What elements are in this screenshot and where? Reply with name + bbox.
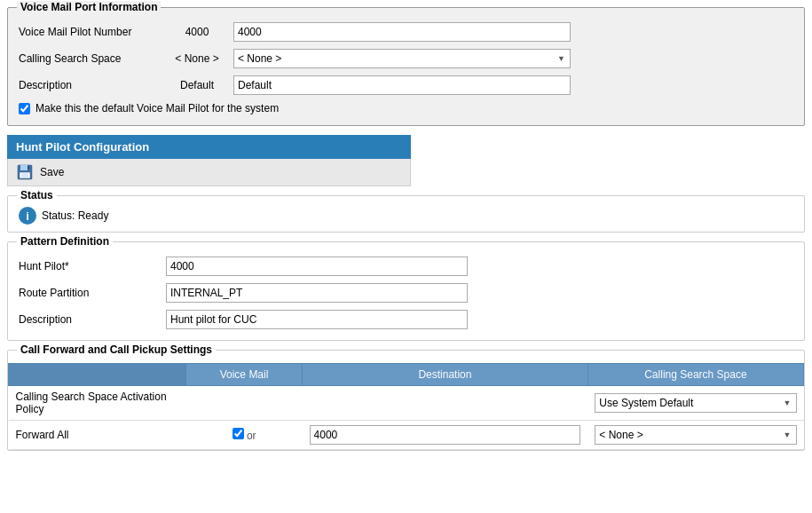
css-activation-css: Use System Default < None > (587, 386, 803, 421)
route-partition-row: Route Partition (19, 283, 793, 303)
table-row: Calling Search Space Activation Policy U… (9, 386, 804, 421)
voicemail-section-title: Voice Mail Port Information (17, 1, 161, 13)
info-icon: i (19, 207, 36, 225)
pattern-legend: Pattern Definition (17, 235, 113, 248)
status-row: i Status: Ready (19, 207, 793, 225)
callforward-section: Call Forward and Call Pickup Settings Vo… (7, 350, 805, 451)
description-static: Default (166, 79, 228, 91)
hunt-pilot-label: Hunt Pilot* (19, 260, 161, 272)
default-voicemail-label: Make this the default Voice Mail Pilot f… (35, 102, 279, 114)
forward-all-css: < None > Use System Default (587, 421, 803, 450)
forward-all-voicemail-checkbox[interactable] (233, 428, 244, 439)
hunt-pilot-header: Hunt Pilot Configuration (7, 135, 411, 159)
status-legend: Status (17, 189, 57, 201)
save-button[interactable]: Save (40, 166, 64, 178)
table-row: Forward All or < None > (9, 421, 804, 450)
default-voicemail-row: Make this the default Voice Mail Pilot f… (19, 102, 793, 114)
default-voicemail-checkbox[interactable] (19, 103, 30, 114)
hunt-description-input[interactable] (166, 310, 468, 329)
save-icon (15, 162, 35, 182)
css-activation-select[interactable]: Use System Default < None > (595, 393, 796, 413)
cf-table: Voice Mail Destination Calling Search Sp… (8, 363, 804, 450)
hunt-description-label: Description (19, 313, 161, 326)
css-activation-label: Calling Search Space Activation Policy (9, 386, 186, 421)
css-activation-destination (303, 386, 588, 421)
svg-rect-3 (21, 173, 28, 178)
css-static: < None > (166, 52, 228, 65)
hunt-pilot-row: Hunt Pilot* (19, 256, 793, 276)
route-partition-label: Route Partition (19, 287, 161, 299)
forward-all-voicemail: or (186, 421, 303, 450)
status-text: Status: Ready (42, 209, 108, 222)
forward-all-css-select-wrapper: < None > Use System Default (595, 425, 796, 445)
svg-rect-1 (20, 165, 28, 170)
pilot-number-label: Voice Mail Pilot Number (19, 26, 161, 38)
pattern-section: Pattern Definition Hunt Pilot* Route Par… (7, 241, 805, 341)
pilot-number-row: Voice Mail Pilot Number 4000 (19, 22, 793, 42)
route-partition-input[interactable] (166, 283, 468, 303)
cf-col4-header: Calling Search Space (587, 364, 803, 386)
toolbar: Save (7, 159, 411, 186)
description-label: Description (19, 79, 161, 91)
pilot-number-static: 4000 (166, 26, 228, 38)
forward-all-css-select[interactable]: < None > Use System Default (595, 425, 796, 445)
cf-table-wrapper: Voice Mail Destination Calling Search Sp… (8, 363, 804, 450)
cf-col2-header: Voice Mail (186, 364, 303, 386)
hunt-description-row: Description (19, 310, 793, 329)
css-label: Calling Search Space (19, 52, 161, 65)
voicemail-section: Voice Mail Port Information Voice Mail P… (7, 7, 805, 126)
svg-rect-4 (28, 166, 29, 170)
css-activation-voicemail (186, 386, 303, 421)
pilot-number-input[interactable] (233, 22, 571, 42)
css-select-wrapper: < None > (233, 49, 571, 68)
description-row: Description Default (19, 75, 793, 95)
css-select[interactable]: < None > (233, 49, 571, 68)
status-section: Status i Status: Ready (7, 195, 805, 233)
hunt-pilot-input[interactable] (166, 256, 468, 276)
css-activation-select-wrapper: Use System Default < None > (595, 393, 796, 413)
forward-all-label: Forward All (9, 421, 186, 450)
forward-all-destination (303, 421, 588, 450)
callforward-legend: Call Forward and Call Pickup Settings (17, 343, 216, 356)
description-input[interactable] (233, 75, 571, 95)
forward-all-destination-input[interactable] (310, 425, 581, 445)
cf-col3-header: Destination (303, 364, 588, 386)
css-row: Calling Search Space < None > < None > (19, 49, 793, 68)
cf-col1-header (9, 364, 186, 386)
or-label: or (247, 430, 256, 442)
